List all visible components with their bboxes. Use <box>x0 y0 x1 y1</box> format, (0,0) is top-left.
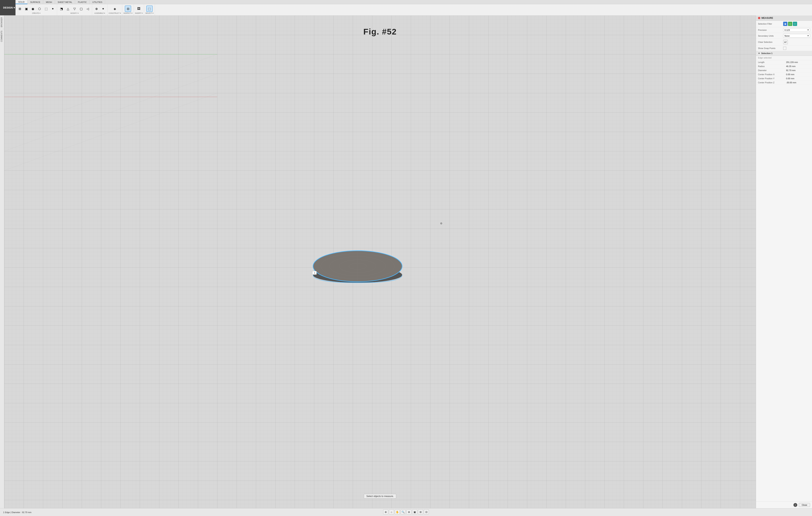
revolve-btn[interactable]: ⬡ <box>36 6 42 12</box>
tab-plastic[interactable]: PLASTIC <box>75 0 90 4</box>
fillet-btn[interactable]: ⬔ <box>58 6 64 12</box>
insert-buttons: 🖼 <box>136 6 142 12</box>
tab-sheet-metal[interactable]: SHEET METAL <box>55 0 75 4</box>
inspect-label: INSPECT ▾ <box>123 12 133 14</box>
select-btn[interactable]: ⬚ <box>146 6 152 12</box>
toolbar-groups: ⊞ ▣ ◉ ⬡ ⬚ ✦ CREATE ▾ ⬔ △ ▽ ▢ ◁ MODIFY ▾ … <box>16 4 264 16</box>
assemble-more-btn[interactable]: ✦ <box>100 6 106 12</box>
new-component-btn[interactable]: ⊞ <box>17 6 23 12</box>
select-buttons: ⬚ <box>146 6 152 12</box>
select-group: ⬚ SELECT ▾ <box>144 4 155 16</box>
inspect-buttons: ⊟ <box>125 6 131 12</box>
select-label: SELECT ▾ <box>145 12 153 14</box>
design-arrow: ▾ <box>13 6 15 9</box>
joint-btn[interactable]: ⊕ <box>93 6 99 12</box>
create-sketch-btn[interactable]: ▣ <box>23 6 29 12</box>
create-buttons: ⊞ ▣ ◉ ⬡ ⬚ ✦ <box>17 6 56 12</box>
insert-label: INSERT ▾ <box>135 12 143 14</box>
inspect-group: ⊟ INSPECT ▾ <box>122 4 134 16</box>
design-label: DESIGN <box>3 6 13 9</box>
construct-buttons: ◈ <box>112 6 118 12</box>
assemble-label: ASSEMBLE ▾ <box>94 12 105 14</box>
create-group: ⊞ ▣ ◉ ⬡ ⬚ ✦ CREATE ▾ <box>16 4 57 16</box>
left-panels: BROWSER COMMENTS <box>0 16 4 174</box>
measure-btn[interactable]: ⊟ <box>125 6 131 12</box>
assemble-buttons: ⊕ ✦ <box>93 6 106 12</box>
insert-image-btn[interactable]: 🖼 <box>136 6 142 12</box>
tabs-row: SOLID SURFACE MESH SHEET METAL PLASTIC U… <box>16 0 264 4</box>
tab-mesh[interactable]: MESH <box>43 0 55 4</box>
chamfer-btn[interactable]: △ <box>65 6 71 12</box>
construct-group: ◈ CONSTRUCT ▾ <box>108 4 122 16</box>
scale-btn[interactable]: ▢ <box>78 6 84 12</box>
create-label: CREATE ▾ <box>32 12 40 14</box>
modify-group: ⬔ △ ▽ ▢ ◁ MODIFY ▾ <box>57 4 92 16</box>
tab-solid[interactable]: SOLID <box>16 0 28 4</box>
design-button[interactable]: DESIGN ▾ <box>0 0 18 15</box>
comments-tab[interactable]: COMMENTS <box>0 29 4 44</box>
construct-label: CONSTRUCT ▾ <box>109 12 121 14</box>
viewport[interactable]: Fig. #52 1 Selec <box>4 16 264 174</box>
shell-btn[interactable]: ▽ <box>71 6 78 12</box>
modify-label: MODIFY ▾ <box>70 12 79 14</box>
grid-background <box>4 16 264 174</box>
svg-rect-1 <box>4 16 264 174</box>
tab-surface[interactable]: SURFACE <box>28 0 43 4</box>
modify-more-btn[interactable]: ◁ <box>85 6 91 12</box>
extrude-btn[interactable]: ◉ <box>30 6 36 12</box>
hole-btn[interactable]: ⬚ <box>43 6 49 12</box>
assemble-group: ⊕ ✦ ASSEMBLE ▾ <box>92 4 108 16</box>
tab-utilities[interactable]: UTILITIES <box>90 0 105 4</box>
modify-buttons: ⬔ △ ▽ ▢ ◁ <box>58 6 91 12</box>
browser-tab[interactable]: BROWSER <box>0 16 4 29</box>
create-more-btn[interactable]: ✦ <box>50 6 56 12</box>
construct-btn[interactable]: ◈ <box>112 6 118 12</box>
insert-group: 🖼 INSERT ▾ <box>134 4 144 16</box>
